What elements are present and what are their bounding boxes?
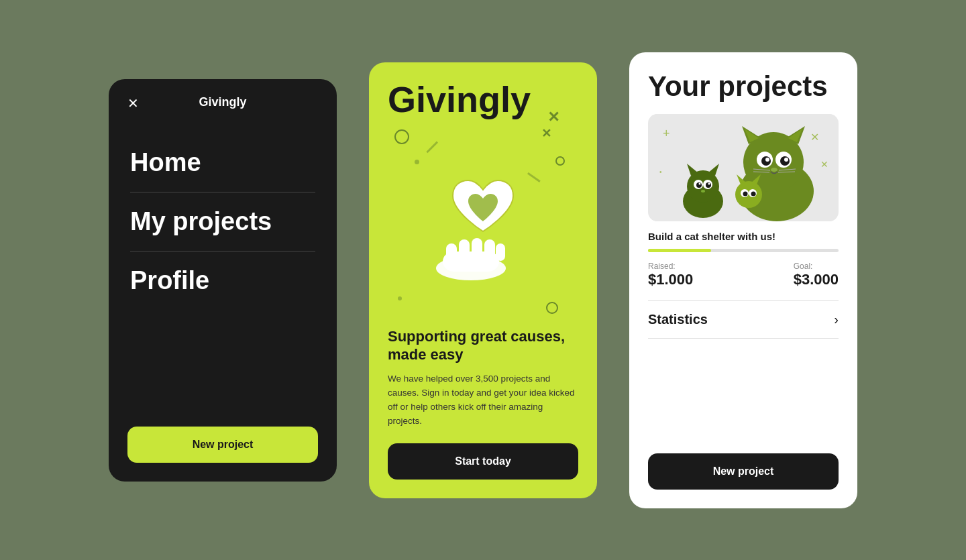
svg-rect-5: [484, 239, 495, 261]
svg-rect-2: [446, 243, 457, 262]
projects-footer: New project: [648, 453, 839, 490]
nav-item-profile[interactable]: Profile: [130, 251, 315, 310]
progress-bar-container: [648, 249, 839, 252]
svg-point-40: [708, 182, 710, 184]
nav-footer: New project: [109, 427, 337, 463]
nav-items-list: Home My projects Profile: [109, 123, 337, 427]
cat-illustration: + ✕ ✕ • •: [649, 114, 837, 221]
funding-row: Raised: $1.000 Goal: $3.000: [648, 262, 839, 288]
statistics-row[interactable]: Statistics ›: [648, 311, 839, 329]
goal-section: Goal: $3.000: [794, 262, 839, 288]
deco-line-1: [426, 141, 437, 152]
heart-illustration: [423, 164, 543, 285]
new-project-button[interactable]: New project: [127, 427, 318, 463]
project-thumbnail: + ✕ ✕ • •: [648, 114, 839, 221]
svg-text:•: •: [659, 168, 662, 176]
promo-close-icon[interactable]: ✕: [547, 109, 559, 126]
goal-value: $3.000: [794, 271, 839, 288]
deco-circle-2: [555, 156, 565, 166]
svg-text:✕: ✕: [810, 131, 819, 143]
divider-2: [648, 338, 839, 339]
raised-label: Raised:: [648, 262, 693, 271]
svg-point-25: [771, 168, 777, 172]
nav-app-title: Givingly: [199, 95, 246, 109]
svg-text:✕: ✕: [820, 159, 828, 170]
deco-x-1: ✕: [541, 126, 551, 141]
divider-1: [648, 300, 839, 301]
raised-section: Raised: $1.000: [648, 262, 693, 288]
nav-item-my-projects[interactable]: My projects: [130, 192, 315, 251]
svg-rect-4: [472, 238, 482, 262]
svg-point-38: [701, 190, 705, 192]
svg-rect-3: [459, 239, 470, 262]
svg-point-41: [735, 181, 762, 208]
svg-point-24: [784, 158, 788, 162]
chevron-right-icon: ›: [834, 312, 839, 327]
deco-dot-1: [415, 160, 419, 164]
promo-tagline: Supporting great causes, made easy: [388, 327, 578, 364]
svg-point-39: [699, 182, 701, 184]
promo-illustration: ✕ ✕: [388, 123, 578, 327]
goal-label: Goal:: [794, 262, 839, 271]
project-name: Build a cat shelter with us!: [648, 231, 839, 242]
deco-circle-3: [546, 302, 558, 314]
promo-description: We have helped over 3,500 projects and c…: [388, 372, 578, 429]
deco-dot-2: [398, 296, 402, 300]
new-project-button[interactable]: New project: [648, 453, 839, 490]
raised-value: $1.000: [648, 271, 693, 288]
nav-header: ✕ Givingly: [109, 79, 337, 123]
progress-bar-fill: [648, 249, 711, 252]
svg-point-46: [743, 191, 748, 196]
svg-text:+: +: [663, 127, 670, 140]
nav-card: ✕ Givingly Home My projects Profile New …: [109, 79, 337, 482]
projects-card: Your projects + ✕ ✕ • •: [629, 52, 857, 508]
nav-item-home[interactable]: Home: [130, 133, 315, 192]
promo-card: Givingly ✕ ✕ Supporting great caus: [369, 62, 597, 498]
start-today-button[interactable]: Start today: [388, 443, 578, 480]
deco-circle-1: [394, 129, 409, 144]
svg-point-23: [765, 158, 769, 162]
close-icon[interactable]: ✕: [127, 95, 139, 111]
svg-rect-6: [496, 243, 505, 261]
statistics-label: Statistics: [648, 312, 708, 327]
projects-title: Your projects: [648, 71, 839, 102]
